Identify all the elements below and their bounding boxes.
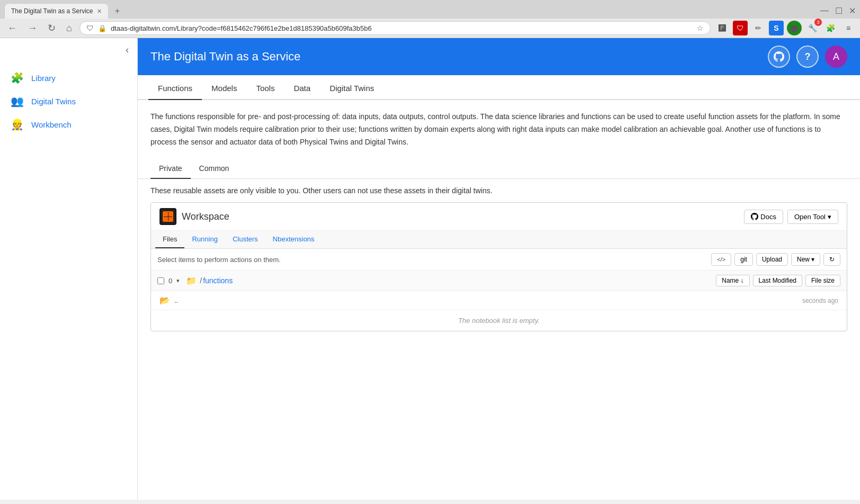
sidebar-item-digital-twins[interactable]: 👥 Digital Twins	[0, 89, 137, 113]
folder-name[interactable]: functions	[203, 276, 233, 285]
extension-btn-1: 🛡	[733, 21, 748, 35]
tab-window-close-icon[interactable]: ✕	[849, 6, 856, 16]
file-sort-buttons: Name ↓ Last Modified File size	[716, 275, 840, 286]
jupyter-tab-clusters[interactable]: Clusters	[225, 231, 265, 248]
folder-icon: 📁	[186, 276, 197, 286]
parent-dir-time: seconds ago	[802, 297, 838, 304]
code-view-button[interactable]: </>	[711, 253, 731, 266]
sidebar-item-workbench[interactable]: 👷 Workbench	[0, 113, 137, 136]
sub-tabs: Private Common	[138, 159, 860, 179]
sidebar-toggle[interactable]: ‹	[0, 38, 137, 62]
shield-button[interactable]: 🛡	[733, 21, 748, 35]
code-icon: </>	[717, 256, 725, 263]
digital-twins-icon: 👥	[11, 95, 24, 107]
badge: 3	[814, 19, 822, 26]
sidebar: ‹ 🧩 Library 👥 Digital Twins 👷 Workbench	[0, 38, 138, 500]
ext-badge-wrapper: 🔧 3	[805, 21, 820, 35]
main-content: Functions Models Tools Data Digital Twin…	[138, 75, 860, 500]
home-button[interactable]: ⌂	[63, 22, 75, 35]
workspace-logo	[159, 208, 176, 225]
s-button[interactable]: S	[769, 21, 784, 35]
open-tool-button[interactable]: Open Tool ▾	[787, 210, 838, 224]
toolbar-text: Select items to perform actions on them.	[157, 256, 711, 264]
user-avatar[interactable]: A	[825, 46, 847, 68]
file-row-parent[interactable]: 📂 .. seconds ago	[151, 291, 847, 310]
extensions-button[interactable]: 🧩	[823, 21, 838, 35]
menu-button[interactable]: ≡	[841, 21, 856, 35]
docs-btn-label: Docs	[760, 213, 776, 221]
git-label: git	[740, 256, 747, 263]
pocket-icon-wrapper: 🅿	[715, 21, 730, 35]
sidebar-item-library[interactable]: 🧩 Library	[0, 66, 137, 89]
open-tool-dropdown-icon: ▾	[828, 213, 831, 221]
github-button[interactable]	[768, 46, 790, 68]
parent-dir-name: ..	[174, 296, 802, 304]
address-input[interactable]	[111, 24, 693, 32]
bookmark-icon[interactable]: ☆	[697, 24, 704, 32]
lock-icon: 🔒	[98, 24, 107, 32]
docs-button[interactable]: Docs	[744, 210, 783, 224]
help-icon: ?	[805, 51, 811, 62]
pocket-button[interactable]: 🅿	[715, 21, 730, 35]
jupyter-tab-running[interactable]: Running	[184, 231, 225, 248]
parent-folder-icon: 📂	[159, 295, 170, 305]
git-button[interactable]: git	[734, 253, 753, 266]
tab-close-icon[interactable]: ×	[97, 7, 102, 15]
sort-size-button[interactable]: File size	[805, 275, 840, 286]
tab-minimize-icon[interactable]: —	[820, 6, 829, 16]
library-icon: 🧩	[11, 71, 24, 84]
sidebar-label-library: Library	[31, 74, 56, 83]
functions-description: The functions responsible for pre- and p…	[138, 100, 860, 159]
select-all-checkbox[interactable]	[157, 277, 164, 284]
jupyter-tab-files[interactable]: Files	[155, 231, 184, 248]
subtab-private[interactable]: Private	[150, 159, 191, 179]
file-browser: 0 ▾ 📁 / functions Name ↓ Last Modified	[151, 271, 847, 331]
workspace-header: Workspace Docs Open Tool ▾	[151, 203, 847, 231]
app-container: ‹ 🧩 Library 👥 Digital Twins 👷 Workbench …	[0, 38, 860, 500]
circle-button[interactable]: ⬤	[787, 21, 802, 35]
file-toolbar-actions: </> git Upload New ▾ ↻	[711, 253, 840, 266]
workspace-title: Workspace	[182, 211, 739, 222]
jupyter-tab-nbextensions[interactable]: Nbextensions	[265, 231, 322, 248]
tab-data[interactable]: Data	[284, 77, 320, 100]
sort-name-button[interactable]: Name ↓	[716, 275, 749, 286]
sort-modified-button[interactable]: Last Modified	[753, 275, 802, 286]
back-button[interactable]: ←	[4, 22, 20, 35]
empty-notebook-message: The notebook list is empty.	[151, 310, 847, 331]
upload-label: Upload	[762, 256, 782, 263]
browser-actions: 🅿 🛡 ✏ S ⬤ 🔧 3 🧩 ≡	[715, 21, 856, 35]
file-toolbar: Select items to perform actions on them.…	[151, 249, 847, 271]
forward-button[interactable]: →	[24, 22, 40, 35]
workbench-icon: 👷	[11, 118, 24, 131]
tab-bar-right: — ☐ ✕	[820, 6, 856, 16]
browser-tab[interactable]: The Digital Twin as a Service ×	[4, 3, 109, 19]
nav-bar: ← → ↻ ⌂ 🛡 🔒 ☆ 🅿 🛡 ✏ S ⬤ 🔧 3 🧩 ≡	[0, 19, 860, 38]
new-label: New	[797, 256, 810, 263]
app-title: The Digital Twin as a Service	[150, 50, 759, 64]
jupyter-tabs: Files Running Clusters Nbextensions	[151, 231, 847, 249]
new-tab-button[interactable]: +	[111, 4, 124, 18]
file-header-row: 0 ▾ 📁 / functions Name ↓ Last Modified	[151, 271, 847, 291]
tab-functions[interactable]: Functions	[148, 77, 202, 100]
file-count: 0	[169, 277, 172, 285]
upload-button[interactable]: Upload	[756, 253, 788, 266]
edit-button[interactable]: ✏	[751, 21, 766, 35]
tab-tools[interactable]: Tools	[246, 77, 284, 100]
refresh-button[interactable]: ↻	[823, 253, 840, 266]
sidebar-nav: 🧩 Library 👥 Digital Twins 👷 Workbench	[0, 62, 137, 140]
main-tabs: Functions Models Tools Data Digital Twin…	[138, 77, 860, 100]
file-count-dropdown[interactable]: ▾	[176, 277, 180, 284]
tab-models[interactable]: Models	[202, 77, 246, 100]
header-icons: ? A	[768, 46, 847, 68]
reload-button[interactable]: ↻	[45, 21, 59, 35]
private-description: These reusable assets are only visible t…	[138, 179, 860, 202]
breadcrumb-separator: /	[200, 276, 202, 285]
new-button[interactable]: New ▾	[791, 253, 820, 266]
sidebar-label-workbench: Workbench	[31, 120, 72, 129]
tab-bar: The Digital Twin as a Service × + — ☐ ✕	[0, 0, 860, 19]
help-button[interactable]: ?	[796, 46, 819, 68]
app-header: The Digital Twin as a Service ? A	[138, 38, 860, 75]
tab-maximize-icon[interactable]: ☐	[835, 6, 843, 16]
subtab-common[interactable]: Common	[191, 159, 238, 179]
tab-digital-twins[interactable]: Digital Twins	[320, 77, 384, 100]
